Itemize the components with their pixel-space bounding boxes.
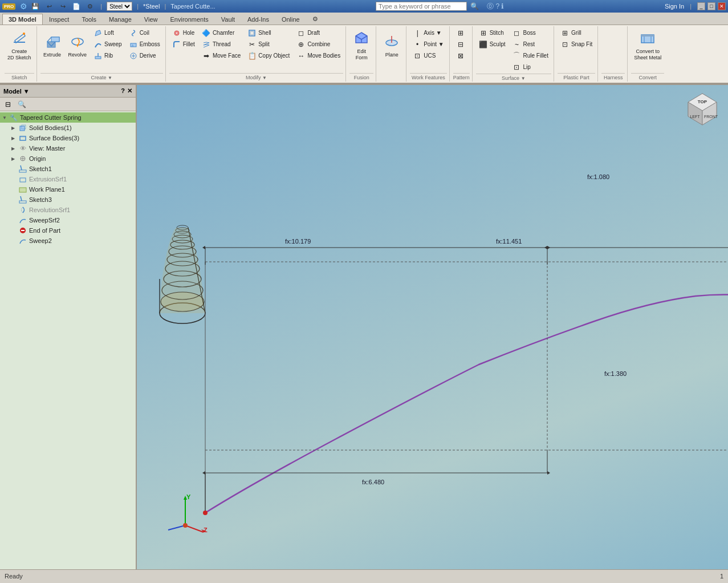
tab-tools[interactable]: Tools	[75, 14, 103, 25]
axis-btn[interactable]: | Axis ▼	[410, 27, 446, 38]
tree-item-sweep2[interactable]: Sweep2	[0, 236, 136, 246]
fillet-btn[interactable]: Fillet	[169, 39, 198, 50]
hole-icon	[172, 29, 181, 38]
qat-settings[interactable]: ⚙	[84, 1, 96, 11]
tree-item-extrusion-srf1[interactable]: ExtrusionSrf1	[0, 174, 136, 184]
qat-undo[interactable]: ↩	[43, 1, 55, 11]
ribbon-group-create: Extrude Revolve Loft	[38, 26, 166, 82]
ucs-btn[interactable]: ⊡ UCS	[410, 50, 446, 61]
tree-item-solid-bodies[interactable]: ▶ Solid Bodies(1)	[0, 123, 136, 133]
stitch-btn[interactable]: ⊞ Stitch	[476, 27, 509, 38]
tab-inspect[interactable]: Inspect	[43, 14, 75, 25]
tree-item-label-sketch3: Sketch3	[29, 196, 52, 203]
tab-3d-model[interactable]: 3D Model	[2, 14, 43, 25]
loft-btn[interactable]: Loft	[91, 27, 125, 38]
qat-save[interactable]: 💾	[30, 1, 41, 11]
qat-new[interactable]: 📄	[71, 1, 82, 11]
emboss-btn[interactable]: A Emboss	[126, 39, 163, 50]
shell-btn[interactable]: Shell	[245, 27, 292, 38]
tree-item-view-master[interactable]: ▶ 👁 View: Master	[0, 143, 136, 153]
model-panel: Model ▼ ? ✕ ⊟ 🔍 ▼ 🔧 Tapered Cutter Sprin…	[0, 85, 137, 569]
qat-redo[interactable]: ↪	[57, 1, 68, 11]
expand-surface: ▶	[11, 136, 18, 141]
split-btn[interactable]: ✂ Split	[245, 39, 292, 50]
boss-btn[interactable]: ◻ Boss	[509, 27, 551, 38]
wp1-icon	[18, 185, 27, 194]
tree-item-surface-bodies[interactable]: ▶ Surface Bodies(3)	[0, 133, 136, 143]
move-face-btn[interactable]: ➡ Move Face	[199, 50, 243, 61]
viewport-svg	[137, 85, 728, 569]
minimize-btn[interactable]: _	[697, 2, 705, 10]
mirror-btn[interactable]: ⊠	[453, 50, 470, 61]
convert-sheet-metal-btn[interactable]: Convert toSheet Metal	[631, 27, 664, 63]
copy-object-btn[interactable]: 📋 Copy Object	[245, 50, 292, 61]
tree-item-end-of-part[interactable]: End of Part	[0, 225, 136, 236]
boss-icon: ◻	[512, 29, 521, 38]
derive-btn[interactable]: Derive	[126, 50, 163, 61]
thread-btn[interactable]: Thread	[199, 39, 243, 50]
plane-btn[interactable]: Plane	[380, 27, 404, 63]
tab-settings[interactable]: ⚙	[306, 13, 324, 25]
model-panel-close[interactable]: ✕	[127, 87, 132, 95]
surface-items: ⊞ Stitch ⬛ Sculpt ◻ Boss ~ Rest	[476, 27, 551, 72]
titlebar-separator2: |	[137, 3, 139, 10]
tab-view[interactable]: View	[138, 14, 164, 25]
svg-rect-9	[95, 56, 101, 59]
filter-btn[interactable]: ⊟	[2, 99, 14, 110]
revolve-btn[interactable]: Revolve	[66, 27, 90, 63]
model-panel-help[interactable]: ?	[121, 87, 125, 95]
tab-environments[interactable]: Environments	[164, 14, 214, 25]
rect-pattern-btn[interactable]: ⊞	[453, 27, 470, 38]
coil-btn[interactable]: Coil	[126, 27, 163, 38]
tree-item-sweep-srf2[interactable]: SweepSrf2	[0, 215, 136, 225]
revolve-icon	[68, 33, 87, 51]
tree-item-origin[interactable]: ▶ Origin	[0, 153, 136, 164]
swept-surface-path	[205, 295, 728, 513]
tree-item-sketch1[interactable]: Sketch1	[0, 164, 136, 174]
material-dropdown[interactable]: Steel	[107, 2, 132, 11]
search-icon[interactable]: 🔍	[470, 2, 479, 10]
edit-form-btn[interactable]: EditForm	[349, 27, 373, 63]
combine-btn[interactable]: ⊕ Combine	[294, 39, 343, 50]
close-btn[interactable]: ✕	[718, 2, 726, 10]
eop-icon	[18, 226, 27, 235]
grill-btn[interactable]: ⊞ Grill	[558, 27, 595, 38]
hole-btn[interactable]: Hole	[169, 27, 198, 38]
tab-addins[interactable]: Add-Ins	[241, 14, 275, 25]
svg-marker-79	[202, 471, 205, 475]
viewport[interactable]: fx:1.080 fx:10.179 fx:11.451 fx:1.380 fx…	[137, 85, 728, 569]
sign-in-btn[interactable]: Sign In	[665, 3, 684, 10]
move-bodies-btn[interactable]: ↔ Move Bodies	[294, 50, 343, 61]
tree-item-revolution-srf1[interactable]: RevolutionSrf1	[0, 205, 136, 215]
search-tree-btn[interactable]: 🔍	[16, 99, 27, 110]
tree-item-root[interactable]: ▼ 🔧 Tapered Cutter Spring	[0, 112, 136, 123]
titlebar-left: PRO ⚙ 💾 ↩ ↪ 📄 ⚙ | Steel | *Steel | Taper…	[2, 1, 215, 11]
axis-label: Axis ▼	[424, 30, 442, 36]
snap-fit-btn[interactable]: ⊡ Snap Fit	[558, 39, 595, 50]
rest-btn[interactable]: ~ Rest	[509, 39, 551, 50]
tab-online[interactable]: Online	[275, 14, 306, 25]
point-btn[interactable]: • Point ▼	[410, 39, 446, 50]
tree-item-work-plane1[interactable]: Work Plane1	[0, 184, 136, 195]
lip-btn[interactable]: ⊡ Lip	[509, 62, 551, 72]
rib-btn[interactable]: Rib	[91, 50, 125, 61]
rule-fillet-btn[interactable]: ⌒ Rule Fillet	[509, 50, 551, 61]
tab-manage[interactable]: Manage	[103, 14, 138, 25]
sculpt-btn[interactable]: ⬛ Sculpt	[476, 39, 509, 50]
svg-line-96	[185, 525, 204, 532]
svg-rect-5	[51, 37, 59, 42]
circ-pattern-btn[interactable]: ⊟	[453, 39, 470, 50]
maximize-btn[interactable]: □	[707, 2, 715, 10]
view-cube[interactable]: TOP LEFT FRONT	[682, 91, 722, 131]
draft-btn[interactable]: ◻ Draft	[294, 27, 343, 38]
sweep-btn[interactable]: Sweep	[91, 39, 125, 50]
extrude-btn[interactable]: Extrude	[40, 27, 64, 63]
rest-label: Rest	[523, 41, 535, 47]
modify-group-label: Modify ▼	[169, 73, 343, 80]
tab-vault[interactable]: Vault	[215, 14, 241, 25]
tree-item-sketch3[interactable]: Sketch3	[0, 195, 136, 205]
create-2d-sketch-btn[interactable]: Create2D Sketch	[5, 27, 34, 63]
chamfer-btn[interactable]: 🔷 Chamfer	[199, 27, 243, 38]
lip-icon: ⊡	[512, 63, 521, 72]
search-box[interactable]	[376, 2, 467, 11]
